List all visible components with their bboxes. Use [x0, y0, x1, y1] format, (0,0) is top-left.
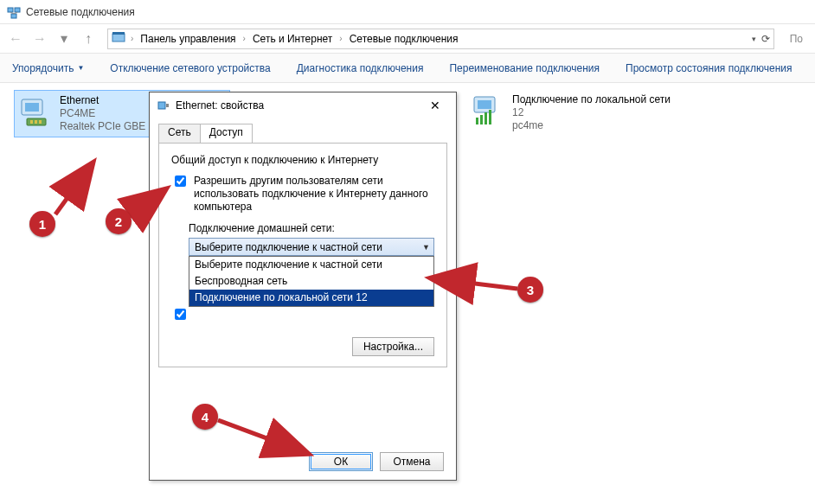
- svg-rect-16: [480, 115, 483, 124]
- connection-status: PC4ME: [60, 107, 145, 120]
- organize-menu[interactable]: Упорядочить ▼: [12, 62, 84, 74]
- network-icon: [7, 5, 21, 19]
- dialog-body: Сеть Доступ Общий доступ к подключению к…: [150, 118, 456, 367]
- svg-rect-14: [478, 100, 491, 109]
- group-title: Общий доступ к подключению к Интернету: [171, 154, 434, 166]
- dialog-title: Ethernet: свойства: [176, 99, 421, 112]
- connection-lan[interactable]: Подключение по локальной сети 12 pc4me: [467, 90, 683, 136]
- allow-sharing-checkbox[interactable]: [175, 175, 186, 187]
- breadcrumb-separator: ›: [241, 34, 247, 43]
- window-title: Сетевые подключения: [26, 6, 135, 18]
- rename-cmd[interactable]: Переименование подключения: [449, 62, 600, 74]
- annotation-4: 4: [192, 404, 218, 430]
- svg-rect-5: [112, 34, 125, 41]
- back-button[interactable]: ←: [5, 29, 26, 49]
- home-connection-label: Подключение домашней сети:: [189, 222, 434, 234]
- control-panel-icon: [112, 30, 125, 47]
- second-checkbox-row: [171, 308, 434, 322]
- svg-rect-1: [15, 8, 20, 12]
- svg-rect-0: [8, 8, 13, 12]
- ethernet-adapter-icon: [18, 94, 53, 129]
- allow-sharing-row: Разрешить другим пользователям сети испо…: [171, 175, 434, 214]
- svg-rect-8: [25, 103, 39, 112]
- adapter-icon: [157, 99, 170, 112]
- combo-option[interactable]: Выберите подключение к частной сети: [189, 257, 433, 273]
- annotation-2: 2: [106, 208, 132, 234]
- connection-device: Realtek PCIe GBE: [60, 120, 145, 133]
- window-titlebar: Сетевые подключения: [0, 0, 815, 24]
- up-button[interactable]: ▾: [54, 29, 74, 49]
- home-connection-combo[interactable]: Выберите подключение к частной сети ▼: [189, 238, 434, 256]
- combo-option-highlighted[interactable]: Подключение по локальной сети 12: [189, 290, 433, 306]
- dialog-footer: ОК Отмена: [309, 452, 444, 471]
- connection-device: pc4me: [512, 119, 671, 132]
- home-connection-combo-wrap: Выберите подключение к частной сети ▼ Вы…: [189, 238, 434, 256]
- dropdown-icon: ▼: [77, 64, 84, 72]
- settings-button[interactable]: Настройка...: [352, 337, 434, 356]
- organize-label: Упорядочить: [12, 62, 74, 74]
- breadcrumb-seg3[interactable]: Сетевые подключения: [348, 33, 460, 45]
- allow-control-checkbox[interactable]: [175, 309, 186, 320]
- connection-status: 12: [512, 106, 671, 119]
- combo-selected-text: Выберите подключение к частной сети: [195, 241, 382, 253]
- annotation-3: 3: [517, 277, 543, 303]
- allow-sharing-label: Разрешить другим пользователям сети испо…: [194, 175, 434, 214]
- navigation-bar: ← → ▾ ↑ › Панель управления › Сеть и Инт…: [0, 24, 815, 54]
- svg-rect-12: [39, 120, 42, 124]
- lan-adapter-icon: [471, 93, 505, 128]
- diagnose-cmd[interactable]: Диагностика подключения: [297, 62, 424, 74]
- svg-rect-6: [112, 32, 125, 35]
- up-arrow-button[interactable]: ↑: [78, 29, 99, 49]
- breadcrumb-seg1[interactable]: Панель управления: [138, 33, 237, 45]
- connection-name: Ethernet: [60, 94, 145, 107]
- annotation-1: 1: [29, 211, 55, 237]
- close-button[interactable]: ✕: [421, 95, 449, 116]
- tab-sharing[interactable]: Доступ: [200, 124, 253, 143]
- tab-network[interactable]: Сеть: [158, 124, 201, 143]
- address-bar[interactable]: › Панель управления › Сеть и Интернет › …: [107, 29, 774, 49]
- svg-rect-11: [35, 120, 37, 124]
- refresh-icon[interactable]: ⟳: [761, 33, 770, 45]
- svg-rect-17: [485, 112, 487, 124]
- dialog-titlebar[interactable]: Ethernet: свойства ✕: [150, 93, 456, 118]
- breadcrumb-seg2[interactable]: Сеть и Интернет: [251, 33, 334, 45]
- svg-rect-20: [166, 104, 169, 107]
- cancel-button[interactable]: Отмена: [380, 452, 444, 471]
- svg-rect-19: [158, 102, 165, 109]
- svg-rect-2: [11, 14, 16, 18]
- forward-button[interactable]: →: [29, 29, 50, 49]
- svg-rect-18: [489, 110, 491, 124]
- breadcrumb-separator: ›: [337, 34, 343, 43]
- svg-rect-10: [30, 120, 33, 124]
- chevron-down-icon: ▼: [422, 243, 430, 252]
- disable-device-cmd[interactable]: Отключение сетевого устройства: [110, 62, 270, 74]
- command-bar: Упорядочить ▼ Отключение сетевого устрой…: [0, 54, 815, 83]
- breadcrumb-separator: ›: [129, 34, 135, 43]
- combo-option[interactable]: Беспроводная сеть: [189, 273, 433, 290]
- ok-button[interactable]: ОК: [309, 452, 373, 471]
- sharing-tab-panel: Общий доступ к подключению к Интернету Р…: [158, 143, 447, 367]
- address-dropdown-icon[interactable]: ▾: [752, 35, 756, 43]
- connection-name: Подключение по локальной сети: [512, 93, 671, 106]
- search-label: По: [783, 33, 810, 45]
- connection-text: Подключение по локальной сети 12 pc4me: [512, 93, 671, 132]
- combo-dropdown-list: Выберите подключение к частной сети Бесп…: [189, 256, 434, 307]
- tab-strip: Сеть Доступ: [158, 124, 447, 143]
- status-cmd[interactable]: Просмотр состояния подключения: [626, 62, 792, 74]
- connection-text: Ethernet PC4ME Realtek PCIe GBE: [60, 94, 145, 133]
- svg-rect-15: [476, 118, 478, 124]
